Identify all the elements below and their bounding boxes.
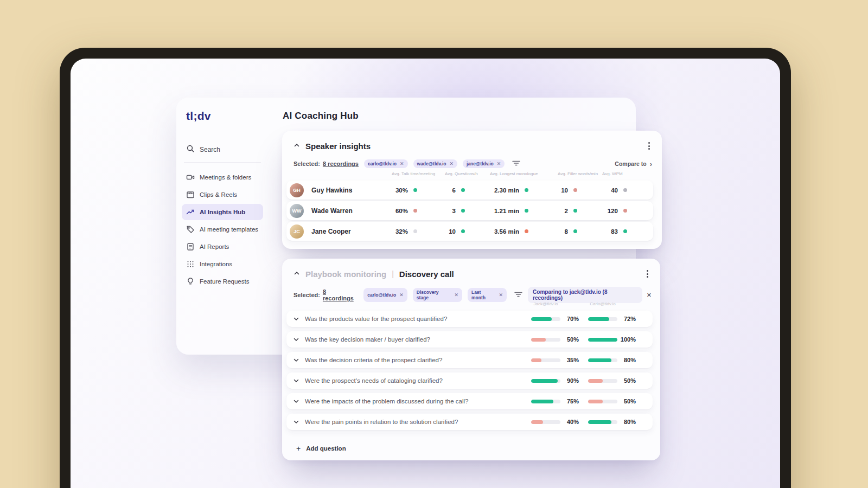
- filter-chip[interactable]: carlo@tldv.io✕: [363, 288, 407, 302]
- sidebar-item-feature-requests[interactable]: Feature Requests: [182, 273, 263, 290]
- collapse-chevron-up-icon[interactable]: [293, 141, 300, 151]
- selected-recordings-link[interactable]: 8 recordings: [323, 288, 358, 301]
- filter-chip[interactable]: Discovery stage✕: [413, 288, 462, 302]
- progress-cell: 80%: [588, 357, 640, 363]
- sidebar-item-clips-reels[interactable]: Clips & Reels: [182, 187, 263, 203]
- sidebar-item-meetings-folders[interactable]: Meetings & folders: [182, 169, 263, 185]
- question-text: Were the pain points in relation to the …: [305, 419, 526, 425]
- chip-label: Discovery stage: [417, 290, 451, 300]
- tldv-logo: tl;dv: [186, 110, 259, 123]
- metric-cell: 3.56 min: [468, 228, 531, 235]
- search-label: Search: [200, 146, 220, 153]
- sidebar: tl;dv Search Meetings & foldersClips & R…: [176, 98, 264, 355]
- selected-label: Selected:: [293, 160, 320, 167]
- selected-recordings-link[interactable]: 8 recordings: [323, 160, 359, 167]
- metric-cell: 2.30 min: [468, 187, 531, 194]
- metric-value: 8: [565, 228, 568, 235]
- filter-chip[interactable]: wade@tldv.io✕: [413, 159, 458, 168]
- progress-fill-pink: [531, 420, 543, 424]
- close-icon[interactable]: ✕: [399, 292, 404, 298]
- search-icon: [186, 144, 195, 155]
- filter-chip[interactable]: Last month✕: [468, 288, 507, 302]
- metric-value: 10: [449, 228, 456, 235]
- playbook-question-row[interactable]: Were the impacts of the problem discusse…: [286, 393, 653, 409]
- close-icon[interactable]: ✕: [647, 292, 652, 299]
- progress-cell: 50%: [588, 398, 640, 404]
- close-icon[interactable]: ✕: [449, 161, 454, 166]
- chevron-down-icon[interactable]: [293, 398, 301, 404]
- progress-percent: 50%: [617, 398, 636, 404]
- playbook-question-row[interactable]: Was the decision criteria of the prospec…: [286, 352, 653, 368]
- sidebar-item-integrations[interactable]: Integrations: [182, 256, 263, 272]
- compare-to-button[interactable]: Compare to ›: [615, 160, 653, 168]
- filter-icon[interactable]: [514, 290, 522, 300]
- speaker-row[interactable]: GHGuy Hawkins30%62.30 min1040: [286, 181, 653, 200]
- playbook-question-row[interactable]: Was the key decision maker / buyer clari…: [286, 331, 653, 348]
- column-header: Avg. Longest monologue: [490, 171, 538, 176]
- compare-column-header: Jack@tldv.io: [521, 301, 570, 306]
- add-question-button[interactable]: + Add question: [286, 444, 346, 453]
- video-camera-icon: [186, 173, 195, 182]
- comparing-to-chip[interactable]: Comparing to jack@tldv.io (8 recordings): [528, 287, 642, 303]
- status-dot-pink: [623, 209, 627, 213]
- progress-cell: 90%: [531, 377, 583, 384]
- playbook-question-row[interactable]: Were the prospect's needs of cataloging …: [286, 373, 653, 389]
- sidebar-item-ai-insights-hub[interactable]: AI Insights Hub: [182, 204, 263, 220]
- chevron-down-icon[interactable]: [293, 377, 301, 384]
- progress-percent: 90%: [560, 377, 579, 384]
- progress-percent: 80%: [617, 357, 636, 363]
- sidebar-item-ai-meeting-templates[interactable]: AI meeting templates: [182, 221, 263, 237]
- sidebar-item-ai-reports[interactable]: AI Reports: [182, 239, 263, 255]
- progress-percent: 75%: [560, 398, 579, 404]
- laptop-frame: AI Coaching Hub tl;dv Search Meetings & …: [60, 48, 791, 488]
- kebab-menu-icon[interactable]: [645, 140, 653, 152]
- chevron-down-icon[interactable]: [293, 357, 301, 363]
- playbook-question-row[interactable]: Was the products value for the prospect …: [286, 311, 653, 327]
- close-icon[interactable]: ✕: [454, 292, 458, 298]
- speaker-chips: carlo@tldv.io✕wade@tldv.io✕jane@tldv.io✕: [364, 159, 505, 168]
- plus-icon: +: [296, 444, 301, 453]
- status-dot-green: [461, 188, 465, 192]
- kebab-menu-icon[interactable]: [643, 268, 652, 280]
- speaker-row[interactable]: JCJane Cooper32%103.56 min883: [286, 222, 653, 241]
- metric-value: 83: [611, 228, 618, 235]
- playbook-monitoring-label: Playbook monitoring: [305, 269, 386, 279]
- sidebar-divider: [184, 162, 261, 163]
- progress-cell: 35%: [531, 357, 583, 363]
- status-dot-pink: [573, 188, 577, 192]
- metric-value: 6: [452, 187, 456, 194]
- chip-label: carlo@tldv.io: [368, 161, 397, 166]
- avatar: WW: [290, 204, 304, 218]
- chip-label: jane@tldv.io: [467, 161, 494, 166]
- avatar: GH: [290, 183, 304, 197]
- speaker-insights-title: Speaker insights: [305, 142, 371, 151]
- progress-track: [531, 317, 560, 321]
- close-icon[interactable]: ✕: [497, 161, 501, 166]
- trend-line-icon: [186, 208, 195, 216]
- metric-value: 2: [565, 208, 568, 214]
- close-icon[interactable]: ✕: [400, 161, 404, 166]
- progress-percent: 70%: [560, 316, 579, 322]
- filter-chip[interactable]: jane@tldv.io✕: [463, 159, 505, 168]
- column-header: Avg. Talk time/meeting: [392, 171, 435, 176]
- speaker-row[interactable]: WWWade Warren60%31.21 min2120: [286, 201, 653, 220]
- screen: AI Coaching Hub tl;dv Search Meetings & …: [71, 59, 780, 488]
- question-text: Was the products value for the prospect …: [305, 316, 526, 322]
- metric-cell: 2: [531, 208, 580, 214]
- chevron-down-icon[interactable]: [293, 316, 301, 322]
- status-dot-green: [461, 209, 465, 213]
- search-button[interactable]: Search: [186, 144, 259, 155]
- chevron-down-icon[interactable]: [293, 419, 301, 425]
- progress-track: [588, 400, 617, 403]
- chevron-down-icon[interactable]: [293, 336, 301, 343]
- progress-percent: 40%: [560, 419, 579, 425]
- filter-icon[interactable]: [512, 159, 520, 169]
- filter-chip[interactable]: carlo@tldv.io✕: [364, 159, 408, 168]
- metric-value: 32%: [395, 228, 408, 235]
- discovery-call-title: Discovery call: [399, 269, 454, 279]
- collapse-chevron-up-icon[interactable]: [293, 269, 300, 279]
- playbook-question-row[interactable]: Were the pain points in relation to the …: [286, 414, 653, 430]
- close-icon[interactable]: ✕: [499, 292, 503, 298]
- chevron-right-icon: ›: [650, 160, 652, 168]
- metric-cell: 3: [420, 208, 468, 214]
